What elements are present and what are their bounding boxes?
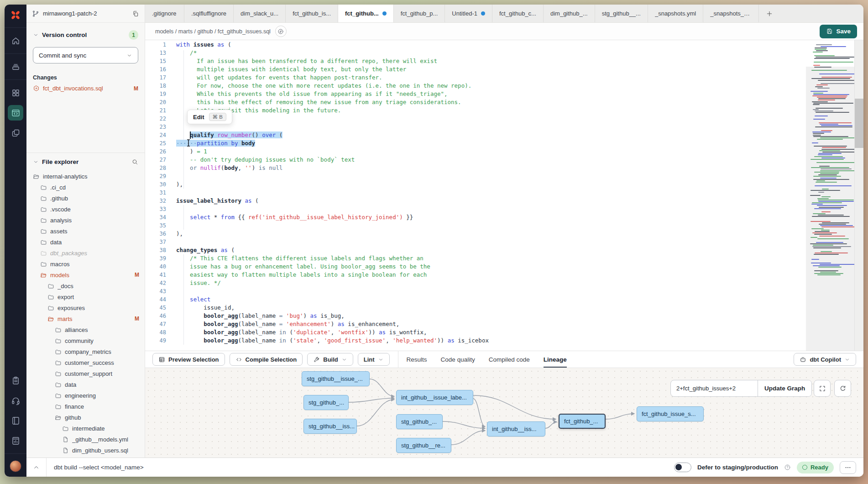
code-line[interactable]: 34 select * from {{ ref('int_github__iss… xyxy=(145,213,805,221)
tab-fct_github_is...[interactable]: fct_github_is... xyxy=(286,5,338,22)
book-icon[interactable] xyxy=(8,413,23,428)
tab-_snapshots.yml[interactable]: _snapshots.yml xyxy=(648,5,703,22)
code-line[interactable]: 25······partition by body xyxy=(145,139,805,147)
code-line[interactable]: 40 issue has a bug or enhancement label.… xyxy=(145,263,805,271)
tree-item-_docs[interactable]: _docs xyxy=(26,280,145,291)
tree-item-data[interactable]: data xyxy=(26,237,145,247)
tab-fct_github_p...[interactable]: fct_github_p... xyxy=(394,5,445,22)
tree-item-.ci_cd[interactable]: .ci_cd xyxy=(26,182,145,193)
compass-icon[interactable] xyxy=(8,145,23,161)
tree-item-.github[interactable]: .github xyxy=(26,193,145,204)
tab-dim_slack_u...[interactable]: dim_slack_u... xyxy=(234,5,286,22)
new-tab-button[interactable] xyxy=(759,5,780,22)
scrollbar-thumb[interactable] xyxy=(855,99,863,148)
lineage-node-fct_github_issue_s...[interactable]: fct_github_issue_s... xyxy=(637,406,704,421)
tree-item-exposures[interactable]: exposures xyxy=(26,302,145,313)
tree-item-dim_github_users.sql[interactable]: dim_github_users.sql xyxy=(26,445,145,456)
code-line[interactable]: 36), xyxy=(145,230,805,238)
code-line[interactable]: 45 issue_id, xyxy=(145,304,805,312)
code-line[interactable]: 13 /* xyxy=(145,49,805,57)
tree-item-alliances[interactable]: alliances xyxy=(26,324,145,335)
tab-_snapshots_s...[interactable]: _snapshots_s... xyxy=(703,5,759,22)
lineage-node-stg_github__iss...[interactable]: stg_github__iss... xyxy=(303,419,357,434)
code-line[interactable]: 1with issues as ( xyxy=(145,41,805,49)
code-line[interactable]: 27 -- don't try deduping issues with no … xyxy=(145,156,805,164)
terminal-icon[interactable] xyxy=(8,433,23,448)
tree-item-finance[interactable]: finance xyxy=(26,401,145,412)
version-control-header[interactable]: Version control 1 xyxy=(26,23,145,44)
code-line[interactable]: 42 issue. */ xyxy=(145,279,805,287)
code-line[interactable]: 19 While this prevents the old issue fro… xyxy=(145,90,805,98)
stack-icon[interactable] xyxy=(8,59,23,74)
update-graph-button[interactable]: Update Graph xyxy=(758,380,811,396)
code-line[interactable]: 30), xyxy=(145,180,805,189)
tree-item-engineering[interactable]: engineering xyxy=(26,390,145,401)
lint-button[interactable]: Lint xyxy=(358,353,390,366)
save-button[interactable]: Save xyxy=(820,25,857,38)
code-line[interactable]: 49 boolor_agg(label_name in ('stale', 'g… xyxy=(145,337,805,345)
lineage-node-stg_github_...[interactable]: stg_github_... xyxy=(303,395,349,410)
lineage-node-int_github__iss...[interactable]: int_github__iss... xyxy=(487,421,545,437)
code-line[interactable]: 38change_types as ( xyxy=(145,246,805,254)
tree-item-.vscode[interactable]: .vscode xyxy=(26,204,145,215)
search-icon[interactable] xyxy=(131,158,138,165)
build-button[interactable]: Build xyxy=(307,353,353,366)
lineage-node-int_github__issue_labe...[interactable]: int_github__issue_labe... xyxy=(396,390,473,405)
command-bar-expand-button[interactable] xyxy=(26,458,47,477)
code-line[interactable]: 18 For now, choose the one with more rec… xyxy=(145,82,805,90)
code-editor[interactable]: 1with issues as (13 /*15 If an issue has… xyxy=(145,40,863,351)
code-line[interactable]: 24 qualify row_number() over ( xyxy=(145,131,805,139)
tree-item-internal-analytics[interactable]: internal-analytics xyxy=(26,171,145,182)
tab-.gitignore[interactable]: .gitignore xyxy=(145,5,184,22)
code-line[interactable]: 20 this has the effect of removing the n… xyxy=(145,98,805,106)
code-line[interactable]: 46 boolor_agg(label_name = 'bug') as is_… xyxy=(145,312,805,320)
headset-icon[interactable] xyxy=(8,393,23,408)
clipboard-icon[interactable] xyxy=(8,373,23,388)
compile-selection-button[interactable]: Compile Selection xyxy=(230,353,303,366)
code-line[interactable]: 26 ) = 1 xyxy=(145,147,805,156)
lineage-node-stg_github__re...[interactable]: stg_github__re... xyxy=(396,438,451,453)
dbt-copilot-button[interactable]: dbt Copilot xyxy=(794,353,856,366)
tree-item-customer_support[interactable]: customer_support xyxy=(26,368,145,379)
tree-item-macros[interactable]: macros xyxy=(26,258,145,269)
help-question-icon[interactable] xyxy=(784,464,791,471)
preview-selection-button[interactable]: Preview Selection xyxy=(152,353,225,366)
result-tab-Lineage[interactable]: Lineage xyxy=(544,351,567,368)
more-options-button[interactable] xyxy=(840,461,856,474)
lineage-node-stg_github_...[interactable]: stg_github_... xyxy=(396,414,443,429)
tree-item-analysis[interactable]: analysis xyxy=(26,215,145,226)
code-line[interactable]: 31 xyxy=(145,189,805,197)
tree-item-company_metrics[interactable]: company_metrics xyxy=(26,346,145,357)
command-input[interactable]: dbt build --select <model_name> xyxy=(47,464,144,471)
changed-file-row[interactable]: fct_dbt_invocations.sql M xyxy=(26,84,145,93)
tree-item-customer_success[interactable]: customer_success xyxy=(26,357,145,368)
tree-item-assets[interactable]: assets xyxy=(26,226,145,237)
tree-item-marts[interactable]: marts M xyxy=(26,313,145,324)
tree-item-_github__models.yml[interactable]: _github__models.yml xyxy=(26,434,145,445)
tree-item-community[interactable]: community xyxy=(26,335,145,346)
code-line[interactable]: 17 will get updates for events that happ… xyxy=(145,74,805,82)
code-line[interactable]: 21 Let's revisit this modeling in the fu… xyxy=(145,106,805,115)
commit-and-sync-button[interactable]: Commit and sync xyxy=(33,47,138,63)
code-line[interactable]: 29 xyxy=(145,172,805,180)
tab-dim_github_...[interactable]: dim_github_... xyxy=(544,5,595,22)
defer-toggle[interactable] xyxy=(674,463,691,472)
code-line[interactable]: 41 easiest way to flatten multiple label… xyxy=(145,271,805,279)
code-line[interactable]: 33 xyxy=(145,205,805,213)
result-tab-Code quality[interactable]: Code quality xyxy=(441,351,475,368)
tab-.sqlfluffignore[interactable]: .sqlfluffignore xyxy=(184,5,234,22)
tree-item-dbt_packages[interactable]: dbt_packages xyxy=(26,247,145,258)
tab-stg_github__...[interactable]: stg_github__... xyxy=(595,5,648,22)
lineage-node-fct_github_...[interactable]: fct_github_... xyxy=(559,414,606,429)
refresh-graph-button[interactable] xyxy=(834,380,851,397)
result-tab-Compiled code[interactable]: Compiled code xyxy=(489,351,530,368)
code-line[interactable]: 39 /* This CTE flattens the different is… xyxy=(145,254,805,263)
code-line[interactable]: 43 xyxy=(145,287,805,295)
tree-item-export[interactable]: export xyxy=(26,291,145,302)
code-editor-icon[interactable] xyxy=(8,105,23,121)
result-tab-Results[interactable]: Results xyxy=(407,351,427,368)
minimap[interactable] xyxy=(806,40,854,351)
lineage-panel[interactable]: stg_github__issue_...stg_github_...stg_g… xyxy=(145,368,863,458)
tree-item-intermediate[interactable]: intermediate xyxy=(26,423,145,434)
tab-Untitled-1[interactable]: Untitled-1 xyxy=(445,5,492,22)
